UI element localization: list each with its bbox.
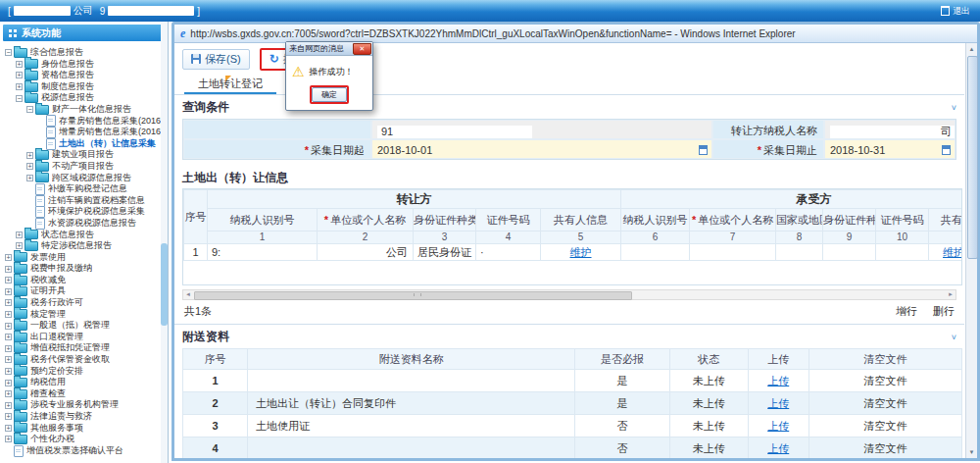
tree-expander-icon[interactable]: +	[5, 334, 12, 340]
collect-date-start-field[interactable]: 2018-10-01	[371, 139, 712, 159]
tree-item-32[interactable]: +法律追责与救济	[0, 411, 161, 423]
tree-item-28[interactable]: +预约定价安排	[0, 366, 161, 378]
tree-expander-icon[interactable]: +	[5, 402, 12, 409]
tree-item-20[interactable]: +税收减免	[0, 275, 161, 286]
tree-expander-icon[interactable]: −	[16, 95, 23, 102]
dialog-close-button[interactable]: ✕	[353, 43, 371, 55]
vscroll-up-arrow-icon[interactable]: ▲	[966, 43, 977, 55]
tree-expander-icon[interactable]: +	[26, 175, 33, 181]
upload-link[interactable]: 上传	[767, 420, 789, 432]
tree-expander-icon[interactable]: −	[26, 106, 33, 113]
tree-item-10[interactable]: +不动产项目报告	[0, 161, 161, 173]
col-header-9: 身份证件种类	[823, 209, 876, 232]
attach-col-header-4: 上传	[748, 349, 808, 370]
tree-item-26[interactable]: +增值税抵扣凭证管理	[0, 342, 161, 354]
hscroll-thumb[interactable]	[194, 291, 632, 300]
tree-item-17[interactable]: +特定涉税信息报告	[0, 240, 161, 252]
webpage-message-dialog: 来自网页的消息 ✕ ⚠ 操作成功！ 确定	[285, 41, 373, 111]
tree-expander-icon[interactable]: +	[16, 242, 23, 249]
ok-button[interactable]: 确定	[312, 87, 347, 102]
tree-expander-icon[interactable]: +	[16, 83, 23, 90]
dialog-footer: 确定	[286, 83, 372, 110]
tree-item-11[interactable]: +跨区域税源信息报告	[0, 173, 161, 184]
tree-expander-icon[interactable]: +	[5, 356, 12, 363]
delete-row-button[interactable]: 删行	[933, 304, 955, 319]
calendar-icon[interactable]	[942, 145, 951, 155]
tree-expander-icon[interactable]: −	[5, 49, 12, 56]
add-row-button[interactable]: 增行	[896, 304, 917, 319]
tree-item-5[interactable]: −财产一体化信息报告	[0, 104, 161, 116]
clear-file-button[interactable]: 清空文件	[808, 392, 961, 415]
hscroll-left-arrow-icon[interactable]: ◄	[183, 290, 193, 299]
tree-item-7[interactable]: 增量房销售信息采集(2016)	[0, 127, 161, 138]
tree-item-13[interactable]: 注销车辆购置税档案信息	[0, 195, 161, 207]
tree-item-4[interactable]: −税源信息报告	[0, 92, 161, 104]
hscroll-right-arrow-icon[interactable]: ►	[946, 290, 956, 299]
tree-expander-icon[interactable]: +	[5, 311, 12, 318]
tree-item-31[interactable]: +涉税专业服务机构管理	[0, 399, 161, 411]
tree-item-23[interactable]: +核定管理	[0, 309, 161, 321]
tree-expander-icon[interactable]: +	[5, 368, 12, 375]
tree-item-27[interactable]: +税务代保管资金收取	[0, 354, 161, 366]
tree-item-14[interactable]: 环境保护税税源信息采集	[0, 206, 161, 218]
tree-expander-icon[interactable]: +	[16, 232, 23, 238]
tree-expander-icon[interactable]: +	[16, 61, 23, 68]
tree-item-25[interactable]: +出口退税管理	[0, 332, 161, 343]
tree-expander-icon[interactable]: +	[26, 163, 33, 170]
tree-item-29[interactable]: +纳税信用	[0, 377, 161, 388]
save-button[interactable]: 保存(S)	[182, 49, 250, 70]
tree-item-label: 存量房销售信息采集(2016)	[59, 116, 161, 128]
tree-expander-icon[interactable]: +	[5, 380, 12, 386]
tree-expander-icon[interactable]: +	[5, 277, 12, 283]
tree-expander-icon[interactable]: +	[5, 254, 12, 261]
sidebar-scrollbar[interactable]	[161, 22, 168, 463]
tree-item-34[interactable]: +个性化办税	[0, 434, 161, 445]
clear-file-button[interactable]: 清空文件	[808, 415, 961, 437]
transferor-name-field[interactable]: 司	[824, 120, 956, 139]
tree-item-6[interactable]: 存量房销售信息采集(2016)	[0, 116, 161, 128]
attachments-collapse-chevron-icon[interactable]: ˅	[952, 333, 956, 342]
tree-item-21[interactable]: +证明开具	[0, 285, 161, 297]
calendar-icon[interactable]	[699, 145, 708, 155]
col-header-8: 国家或地区	[776, 209, 823, 232]
tree-expander-icon[interactable]: +	[5, 266, 12, 273]
upload-link[interactable]: 上传	[767, 397, 789, 409]
tree-expander-icon[interactable]: +	[5, 436, 12, 442]
clear-file-button[interactable]: 清空文件	[808, 370, 961, 392]
logout-button[interactable]: 退出	[941, 5, 980, 18]
tree-expander-icon[interactable]: +	[5, 299, 12, 306]
upload-link[interactable]: 上传	[767, 375, 789, 386]
vscroll-thumb[interactable]	[967, 56, 978, 259]
tree-expander-icon[interactable]: +	[5, 345, 12, 352]
land-table-hscrollbar[interactable]: ◄ ►	[182, 289, 956, 300]
tree-item-30[interactable]: +稽查检查	[0, 388, 161, 400]
maintain-link[interactable]: 维护	[570, 246, 592, 258]
collect-date-end-field[interactable]: 2018-10-31	[824, 139, 956, 159]
tree-expander-icon[interactable]: +	[5, 413, 12, 420]
tree-item-18[interactable]: +发票使用	[0, 252, 161, 264]
tree-item-12[interactable]: 补缴车购税登记信息	[0, 183, 161, 195]
tree-item-19[interactable]: +税费申报及缴纳	[0, 263, 161, 275]
tree-item-33[interactable]: +其他服务事项	[0, 423, 161, 435]
tree-expander-icon[interactable]: +	[5, 390, 12, 397]
clear-file-button[interactable]: 清空文件	[808, 437, 961, 459]
tree-item-35[interactable]: 增值税发票选择确认平台	[0, 445, 161, 457]
sidebar-scrollbar-thumb[interactable]	[161, 243, 168, 326]
browser-vscrollbar[interactable]: ▲ ▼	[965, 43, 977, 458]
attach-required: 否	[575, 437, 669, 459]
taxpayer-id-field[interactable]: 91	[371, 120, 712, 139]
query-collapse-chevron-icon[interactable]: ˅	[952, 103, 956, 113]
tree-expander-icon[interactable]: +	[26, 152, 33, 159]
tree-item-22[interactable]: +税务行政许可	[0, 297, 161, 309]
tree-expander-icon[interactable]: +	[5, 323, 12, 330]
tree-item-8[interactable]: 土地出（转）让信息采集	[0, 138, 161, 150]
tree-expander-icon[interactable]: +	[5, 425, 12, 432]
tree-item-24[interactable]: +一般退（抵）税管理	[0, 320, 161, 332]
vscroll-down-arrow-icon[interactable]: ▼	[966, 446, 977, 458]
tree-expander-icon[interactable]: +	[5, 288, 12, 295]
tree-item-9[interactable]: +建筑业项目报告	[0, 149, 161, 161]
maintain-link[interactable]: 维护	[943, 246, 962, 258]
col-header-4: 证件号码	[476, 209, 541, 232]
tree-expander-icon[interactable]: +	[16, 72, 23, 78]
upload-link[interactable]: 上传	[767, 442, 789, 454]
